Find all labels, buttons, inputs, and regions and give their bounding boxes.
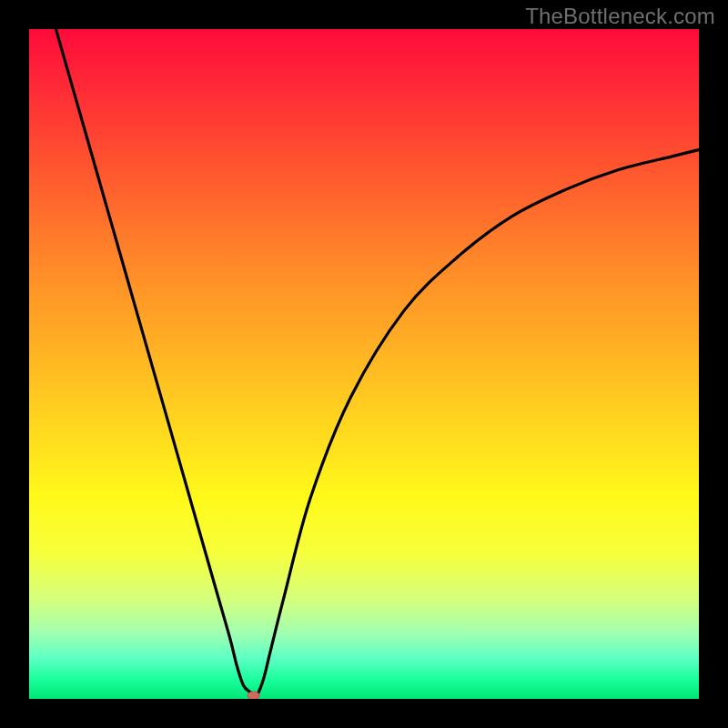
chart-svg [29,29,699,699]
watermark-text: TheBottleneck.com [525,4,715,29]
chart-frame: TheBottleneck.com [0,0,728,728]
plot-area [29,29,699,699]
bottleneck-curve [56,29,699,697]
optimal-point-marker [248,692,259,699]
